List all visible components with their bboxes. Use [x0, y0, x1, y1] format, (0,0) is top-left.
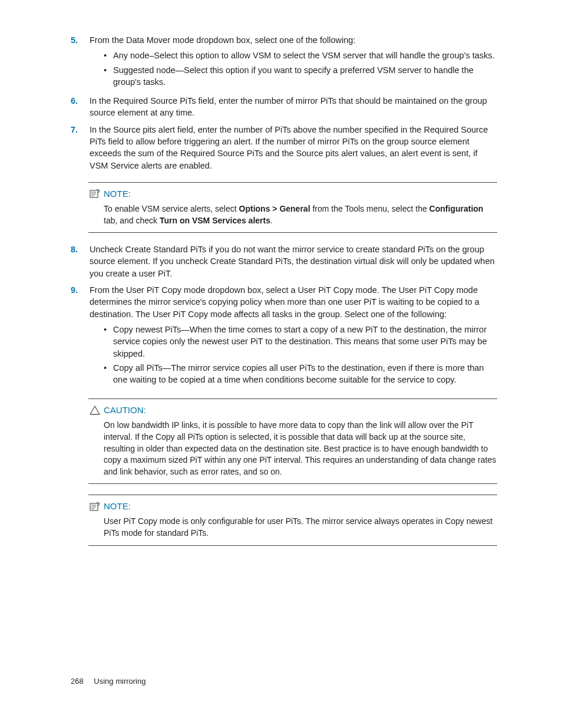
note-callout: NOTE: User PiT Copy mode is only configu… [88, 495, 497, 545]
bullet-icon: • [104, 50, 113, 61]
divider [88, 232, 497, 233]
callout-body: To enable VSM service alerts, select Opt… [104, 203, 497, 226]
bullet-text: Any node–Select this option to allow VSM… [113, 50, 495, 61]
list-item: • Copy newest PiTs—When the time comes t… [104, 324, 497, 360]
step-text: From the User PiT Copy mode dropdown box… [90, 285, 480, 319]
list-item: • Any node–Select this option to allow V… [104, 50, 497, 61]
callout-label: CAUTION: [104, 404, 146, 416]
divider [88, 495, 497, 495]
bullet-text: Suggested node—Select this option if you… [113, 64, 497, 88]
step-number: 5. [71, 34, 90, 90]
caution-icon [88, 405, 101, 416]
step-text: In the Required Source PiTs field, enter… [90, 95, 497, 119]
step-6: 6. In the Required Source PiTs field, en… [71, 95, 497, 119]
step-body: From the User PiT Copy mode dropdown box… [90, 284, 497, 388]
bullet-icon: • [104, 64, 113, 88]
callout-header: NOTE: [88, 187, 497, 200]
step-text: Uncheck Create Standard PiTs if you do n… [90, 243, 497, 279]
step-body: From the Data Mover mode dropdown box, s… [90, 34, 497, 90]
divider [88, 398, 497, 399]
sub-list: • Any node–Select this option to allow V… [90, 50, 497, 88]
bullet-text: Copy newest PiTs—When the time comes to … [113, 324, 497, 360]
page-footer: 268 Using mirroring [71, 676, 146, 687]
callout-body: User PiT Copy mode is only configurable … [104, 516, 497, 539]
step-number: 7. [71, 124, 90, 172]
step-7: 7. In the Source pits alert field, enter… [71, 124, 497, 172]
callout-label: NOTE: [104, 187, 131, 200]
note-icon [88, 501, 101, 512]
callout-header: NOTE: [88, 500, 497, 512]
divider [88, 182, 497, 183]
note-bold: Options > General [239, 204, 310, 213]
caution-callout: CAUTION: On low bandwidth IP links, it i… [88, 398, 497, 484]
bullet-text: Copy all PiTs—The mirror service copies … [113, 362, 497, 386]
step-number: 8. [71, 243, 90, 279]
sub-list: • Copy newest PiTs—When the time comes t… [90, 324, 497, 386]
list-item: • Copy all PiTs—The mirror service copie… [104, 362, 497, 386]
note-icon [88, 188, 101, 199]
callout-label: NOTE: [104, 500, 131, 512]
step-number: 6. [71, 95, 90, 119]
note-bold: Configuration [429, 204, 484, 213]
section-title: Using mirroring [94, 677, 146, 686]
callout-body: On low bandwidth IP links, it is possibl… [104, 420, 497, 477]
bullet-icon: • [104, 324, 113, 360]
note-callout: NOTE: To enable VSM service alerts, sele… [88, 182, 497, 233]
step-text: In the Source pits alert field, enter th… [90, 124, 497, 172]
note-text: . [270, 216, 273, 225]
divider [88, 545, 497, 546]
callout-header: CAUTION: [88, 404, 497, 416]
note-text: To enable VSM service alerts, select [104, 204, 239, 213]
step-9: 9. From the User PiT Copy mode dropdown … [71, 284, 497, 388]
note-text: from the Tools menu, select the [310, 204, 429, 213]
bullet-icon: • [104, 362, 113, 386]
page-number: 268 [71, 677, 84, 686]
step-number: 9. [71, 284, 90, 388]
divider [88, 483, 497, 484]
note-text: tab, and check [104, 216, 160, 225]
step-8: 8. Uncheck Create Standard PiTs if you d… [71, 243, 497, 279]
step-text: From the Data Mover mode dropdown box, s… [90, 35, 355, 45]
note-bold: Turn on VSM Services alerts [160, 216, 270, 225]
list-item: • Suggested node—Select this option if y… [104, 64, 497, 88]
step-5: 5. From the Data Mover mode dropdown box… [71, 34, 497, 90]
